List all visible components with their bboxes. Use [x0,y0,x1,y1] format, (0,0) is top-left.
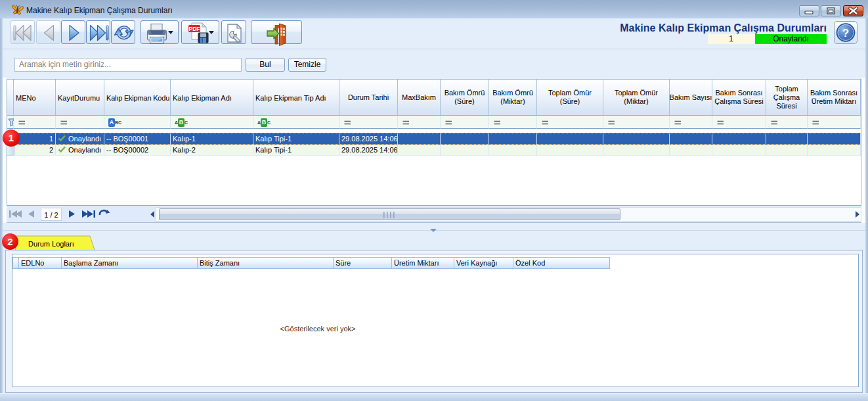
svg-text:PDF: PDF [189,26,200,32]
svg-text:?: ? [842,27,849,39]
